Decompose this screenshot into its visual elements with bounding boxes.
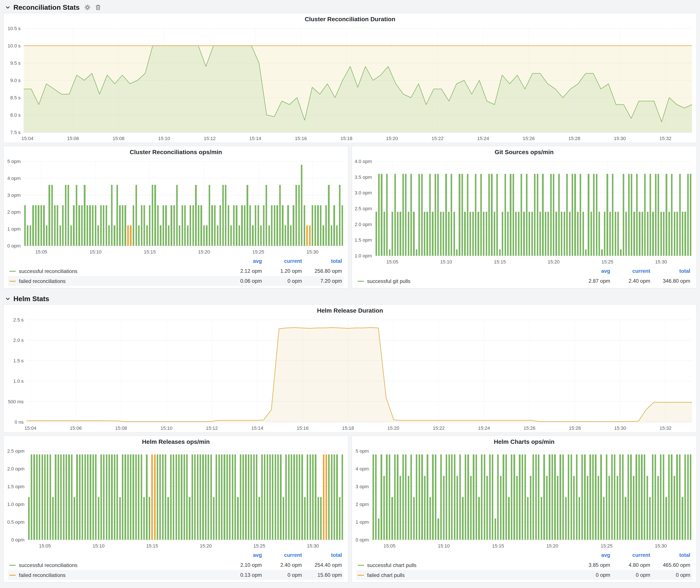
series-color-swatch — [358, 575, 364, 576]
legend-header-avg[interactable]: avg — [572, 266, 612, 276]
series-current: 4.80 opm — [612, 560, 652, 570]
series-name[interactable]: failed reconciliations — [19, 278, 66, 284]
svg-text:15:10: 15:10 — [161, 425, 173, 431]
svg-text:15:15: 15:15 — [494, 259, 506, 265]
panel-title[interactable]: Cluster Reconciliations ops/min — [4, 146, 348, 158]
legend-row: successful reconciliations 2.12 opm 1.20… — [8, 266, 344, 276]
series-name[interactable]: failed reconciliations — [19, 572, 66, 578]
chart-git-sources-opm[interactable]: 1.0 opm1.5 opm2.0 opm2.5 opm3.0 opm3.5 o… — [352, 158, 696, 266]
svg-text:15:10: 15:10 — [158, 136, 170, 141]
legend-header-avg[interactable]: avg — [224, 550, 264, 560]
series-name[interactable]: successful reconciliations — [19, 562, 77, 568]
svg-text:4 opm: 4 opm — [356, 466, 369, 472]
legend-header-avg[interactable]: avg — [224, 256, 264, 266]
panel-title[interactable]: Git Sources ops/min — [352, 146, 696, 158]
svg-text:4.0 opm: 4.0 opm — [355, 159, 372, 164]
svg-text:15:18: 15:18 — [342, 425, 354, 431]
series-total: 256.80 opm — [304, 266, 344, 276]
legend-header-current[interactable]: current — [612, 266, 652, 276]
svg-text:15:30: 15:30 — [306, 249, 318, 255]
chart-helm-release-duration[interactable]: 0 ns500 ms1.0 s1.5 s2.0 s2.5 s15:0415:06… — [4, 317, 696, 432]
panel-title[interactable]: Helm Release Duration — [4, 305, 696, 317]
svg-text:0 opm: 0 opm — [11, 537, 24, 543]
legend: avg current total successful reconciliat… — [4, 550, 348, 582]
series-current: 0 opm — [264, 276, 304, 286]
legend-header-total[interactable]: total — [304, 550, 344, 560]
svg-text:3 opm: 3 opm — [356, 484, 369, 489]
svg-text:1.0 opm: 1.0 opm — [7, 502, 25, 507]
series-total: 0 opm — [652, 570, 692, 580]
legend-header-row: avg current total — [8, 550, 344, 560]
gear-icon[interactable] — [84, 4, 90, 10]
series-current: 0 opm — [612, 570, 652, 580]
panel-title[interactable]: Cluster Reconciliation Duration — [4, 13, 696, 25]
svg-text:15:20: 15:20 — [198, 249, 210, 255]
series-avg: 2.87 opm — [572, 276, 612, 286]
svg-text:15:06: 15:06 — [67, 136, 79, 141]
svg-text:15:30: 15:30 — [655, 543, 667, 549]
svg-text:0 opm: 0 opm — [7, 243, 21, 249]
series-avg: 3.85 opm — [572, 560, 612, 570]
svg-text:15:32: 15:32 — [660, 136, 671, 141]
chevron-down-icon[interactable] — [5, 296, 10, 301]
legend-row: successful chart pulls 3.85 opm 4.80 opm… — [356, 560, 692, 570]
svg-text:15:14: 15:14 — [249, 136, 261, 141]
svg-text:15:22: 15:22 — [433, 425, 445, 431]
chart-helm-releases-opm[interactable]: 0 opm0.5 opm1.0 opm1.5 opm2.0 opm2.5 opm… — [4, 448, 348, 550]
svg-text:1.0 opm: 1.0 opm — [355, 253, 372, 258]
svg-text:15:10: 15:10 — [438, 543, 450, 549]
series-name[interactable]: successful chart pulls — [367, 562, 416, 568]
series-total: 346.80 opm — [652, 276, 692, 286]
svg-text:9.0 s: 9.0 s — [10, 78, 21, 83]
svg-text:500 ms: 500 ms — [8, 399, 24, 404]
legend-header-avg[interactable]: avg — [572, 550, 612, 560]
svg-text:5 opm: 5 opm — [7, 159, 21, 164]
svg-text:1.5 s: 1.5 s — [13, 358, 24, 363]
trash-icon[interactable] — [95, 4, 101, 10]
series-current: 0 opm — [264, 570, 304, 580]
svg-text:2.0 opm: 2.0 opm — [355, 222, 372, 227]
panel-git-sources-opm: Git Sources ops/min 1.0 opm1.5 opm2.0 op… — [352, 146, 697, 288]
svg-text:15:12: 15:12 — [204, 136, 216, 141]
series-name[interactable]: failed chart pulls — [367, 572, 405, 578]
legend-row: successful git pulls 2.87 opm 2.40 opm 3… — [356, 276, 692, 286]
chart-cluster-reconciliations-opm[interactable]: 0 opm1 opm2 opm3 opm4 opm5 opm15:0515:10… — [4, 158, 348, 256]
svg-text:7.5 s: 7.5 s — [10, 130, 21, 135]
chart-cluster-reconciliation-duration[interactable]: 7.5 s8.0 s8.5 s9.0 s9.5 s10.0 s10.5 s15:… — [4, 25, 696, 143]
legend-header-total[interactable]: total — [652, 266, 692, 276]
panel-cluster-reconciliations-opm: Cluster Reconciliations ops/min 0 opm1 o… — [3, 146, 348, 288]
svg-text:15:10: 15:10 — [90, 249, 102, 255]
legend-header-total[interactable]: total — [304, 256, 344, 266]
section-header-reconciliation-stats[interactable]: Reconciliation Stats — [3, 2, 697, 13]
svg-text:15:10: 15:10 — [440, 259, 452, 265]
series-avg: 0 opm — [572, 570, 612, 580]
legend-header-current[interactable]: current — [264, 550, 304, 560]
svg-text:15:24: 15:24 — [477, 136, 489, 141]
legend-header-current[interactable]: current — [612, 550, 652, 560]
series-color-swatch — [358, 281, 364, 282]
svg-text:0 ns: 0 ns — [15, 419, 24, 425]
legend-row: failed reconciliations 0.06 opm 0 opm 7.… — [8, 276, 344, 286]
legend-header-row: avg current total — [356, 550, 692, 560]
chevron-down-icon[interactable] — [5, 5, 10, 10]
series-color-swatch — [9, 575, 16, 576]
panel-title[interactable]: Helm Charts ops/min — [352, 436, 696, 448]
series-name[interactable]: successful reconciliations — [19, 268, 77, 274]
svg-text:15:30: 15:30 — [655, 259, 667, 265]
svg-text:15:05: 15:05 — [386, 259, 398, 265]
dashboard: Reconciliation Stats C — [0, 0, 700, 586]
section-title[interactable]: Helm Stats — [13, 295, 49, 303]
section-header-helm-stats[interactable]: Helm Stats — [3, 293, 697, 304]
legend-header-current[interactable]: current — [264, 256, 304, 266]
panel-title[interactable]: Helm Releases ops/min — [4, 436, 348, 448]
legend-header-total[interactable]: total — [652, 550, 692, 560]
series-color-swatch — [9, 565, 16, 566]
svg-text:9.5 s: 9.5 s — [10, 60, 21, 66]
svg-text:2 opm: 2 opm — [7, 209, 21, 215]
series-color-swatch — [358, 565, 364, 566]
legend-row: failed chart pulls 0 opm 0 opm 0 opm — [356, 570, 692, 580]
legend-header-row: avg current total — [8, 256, 344, 266]
section-title[interactable]: Reconciliation Stats — [13, 3, 80, 11]
series-name[interactable]: successful git pulls — [367, 278, 410, 284]
chart-helm-charts-opm[interactable]: 0 opm1 opm2 opm3 opm4 opm5 opm15:0515:10… — [352, 448, 696, 550]
